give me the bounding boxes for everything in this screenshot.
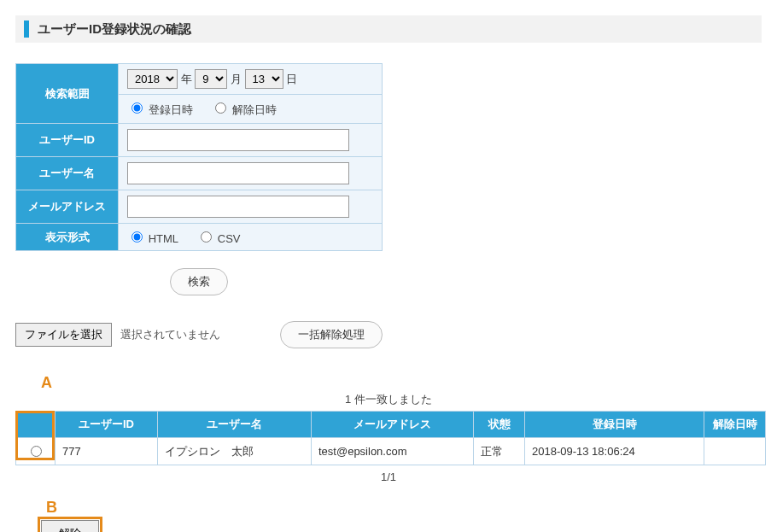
file-row: ファイルを選択 選択されていません 一括解除処理 xyxy=(15,321,762,348)
radio-html[interactable]: HTML xyxy=(127,232,181,245)
user-id-label: ユーザーID xyxy=(16,124,119,157)
year-suffix: 年 xyxy=(181,73,192,85)
radio-reg-date[interactable]: 登録日時 xyxy=(127,103,196,116)
col-reg-date: 登録日時 xyxy=(525,412,704,438)
col-select xyxy=(16,412,56,438)
radio-html-input[interactable] xyxy=(131,231,143,243)
search-range-label: 検索範囲 xyxy=(16,64,119,124)
email-label: メールアドレス xyxy=(16,190,119,224)
user-name-label: ユーザー名 xyxy=(16,157,119,190)
cell-state: 正常 xyxy=(474,438,525,465)
row-select-radio[interactable] xyxy=(31,446,42,457)
day-suffix: 日 xyxy=(286,73,297,85)
cell-user-id: 777 xyxy=(56,438,158,465)
release-button[interactable]: 解除 xyxy=(41,520,99,532)
month-suffix: 月 xyxy=(231,73,242,85)
user-id-input[interactable] xyxy=(127,129,349,151)
col-state: 状態 xyxy=(474,412,525,438)
cell-user-name: イプシロン 太郎 xyxy=(158,438,312,465)
radio-rel-date-input[interactable] xyxy=(215,102,226,114)
cell-email: test@epsilon.com xyxy=(312,438,474,465)
bulk-release-button[interactable]: 一括解除処理 xyxy=(280,321,383,348)
col-rel-date: 解除日時 xyxy=(704,412,766,438)
title-accent xyxy=(24,20,29,38)
radio-csv-input[interactable] xyxy=(201,231,212,243)
search-button[interactable]: 検索 xyxy=(170,268,228,295)
marker-a: A xyxy=(41,374,762,392)
search-form: 検索範囲 2018 年 9 月 13 日 登録日時 解除日時 ユーザーID ユー… xyxy=(15,63,383,251)
page-title-bar: ユーザーID登録状況の確認 xyxy=(15,15,762,43)
year-select[interactable]: 2018 xyxy=(127,69,178,89)
format-label: 表示形式 xyxy=(16,224,119,251)
cell-rel-date xyxy=(704,438,766,465)
day-select[interactable]: 13 xyxy=(245,69,283,89)
table-row: 777 イプシロン 太郎 test@epsilon.com 正常 2018-09… xyxy=(16,438,766,465)
search-range-type-cell: 登録日時 解除日時 xyxy=(119,95,383,124)
month-select[interactable]: 9 xyxy=(195,69,227,89)
file-choose-button[interactable]: ファイルを選択 xyxy=(15,323,112,347)
results-header-row: ユーザーID ユーザー名 メールアドレス 状態 登録日時 解除日時 xyxy=(16,412,766,438)
marker-b: B xyxy=(46,499,762,517)
col-user-id: ユーザーID xyxy=(56,412,158,438)
format-cell: HTML CSV xyxy=(119,224,383,251)
col-user-name: ユーザー名 xyxy=(158,412,312,438)
radio-csv[interactable]: CSV xyxy=(196,232,240,245)
pager: 1/1 xyxy=(15,471,762,483)
email-input[interactable] xyxy=(127,196,349,218)
col-email: メールアドレス xyxy=(312,412,474,438)
page-title: ユーザーID登録状況の確認 xyxy=(38,21,191,38)
results-table: ユーザーID ユーザー名 メールアドレス 状態 登録日時 解除日時 777 イプ… xyxy=(15,411,766,465)
search-range-date-cell: 2018 年 9 月 13 日 xyxy=(119,64,383,95)
radio-rel-date[interactable]: 解除日時 xyxy=(211,103,277,116)
cell-reg-date: 2018-09-13 18:06:24 xyxy=(525,438,704,465)
results-hit-count: 1 件一致しました xyxy=(15,392,762,407)
user-name-input[interactable] xyxy=(127,162,349,184)
radio-reg-date-input[interactable] xyxy=(131,102,143,114)
file-status: 選択されていません xyxy=(120,327,220,342)
